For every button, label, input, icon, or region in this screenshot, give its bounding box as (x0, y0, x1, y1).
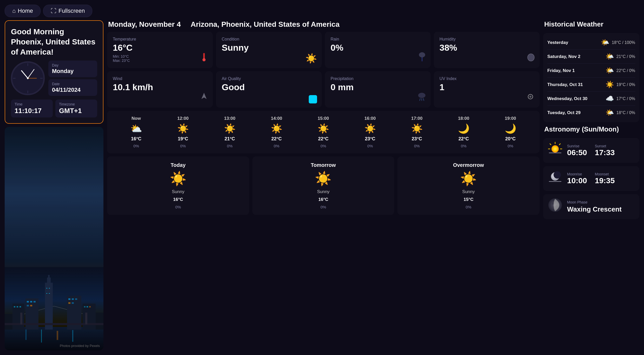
svg-rect-46 (5, 323, 103, 325)
daily-today-condition: Sunny (172, 189, 184, 194)
date-box: Date 04/11/2024 (48, 79, 97, 96)
daily-today-temp: 16°C (173, 197, 183, 202)
daily-overmorrow-icon: ☀️ (460, 171, 477, 187)
hour-icon-5: ☀️ (364, 123, 376, 134)
hist-icon-1: 🌤️ (606, 52, 614, 61)
hist-item-5: Tuesday, Oct 29 🌤️ 18°C / 0% (547, 106, 635, 120)
sunrise-card: Sunrise 06:50 Sunset 17:33 (543, 138, 639, 163)
hour-label-7: 18:00 (458, 116, 469, 121)
day-value: Monday (52, 68, 94, 75)
hour-label-8: 19:00 (505, 116, 516, 121)
wind-card: Wind 10.1 km/h (107, 71, 213, 108)
svg-rect-51 (203, 53, 205, 58)
home-button[interactable]: ⌂ Home (5, 5, 41, 17)
airquality-value: Good (222, 82, 316, 92)
weather-grid-top: Temperature 16°C Min: 10°C Max: 23°C (107, 32, 540, 68)
daily-overmorrow-rain: 0% (466, 205, 471, 209)
moonphase-label: Moon Phase (567, 200, 622, 204)
rain-card: Rain 0% (325, 32, 431, 68)
precipitation-card: Precipitation 0 mm (325, 71, 431, 108)
svg-rect-47 (20, 313, 22, 324)
hist-item-2: Friday, Nov 1 🌤️ 22°C / 0% (547, 64, 635, 78)
airquality-label: Air Quality (222, 76, 316, 81)
daily-today-title: Today (171, 162, 186, 168)
temp-icon (200, 52, 208, 64)
hour-temp-2: 21°C (225, 136, 235, 142)
precipitation-icon (418, 92, 426, 103)
svg-rect-71 (549, 181, 561, 182)
humidity-card: Humidity 38% (434, 32, 540, 68)
temp-minmax: Min: 10°C Max: 23°C (113, 54, 207, 63)
sunset-block: Sunset 17:33 (595, 144, 615, 157)
svg-rect-26 (30, 301, 32, 303)
hour-icon-8: 🌙 (505, 123, 516, 134)
airquality-card: Air Quality Good (216, 71, 322, 108)
hour-temp-now: 16°C (131, 136, 141, 142)
hour-icon-now: ⛅ (130, 123, 142, 134)
hour-rain-7: 0% (461, 144, 466, 148)
hist-val-0: 18°C / 100% (612, 40, 635, 45)
svg-rect-42 (87, 306, 88, 307)
svg-rect-14 (72, 330, 73, 342)
hour-temp-4: 22°C (318, 136, 328, 142)
moonset-value: 19:35 (595, 176, 615, 185)
hour-icon-1: ☀️ (177, 123, 189, 134)
hour-item-8: 19:00 🌙 20°C 0% (500, 116, 521, 148)
fullscreen-button[interactable]: ⛶ Fullscreen (43, 5, 92, 17)
svg-rect-27 (34, 301, 36, 303)
timezone-label: Timezone (59, 102, 94, 106)
hour-rain-8: 0% (508, 144, 513, 148)
fullscreen-icon: ⛶ (51, 8, 56, 14)
daily-tomorrow-icon: ☀️ (315, 171, 332, 187)
hist-item-3: Thursday, Oct 31 ☀️ 19°C / 0% (547, 78, 635, 92)
hour-rain-5: 0% (367, 144, 373, 148)
svg-rect-12 (41, 330, 42, 343)
svg-rect-38 (68, 302, 70, 304)
hour-label-5: 16:00 (364, 116, 376, 121)
historical-title: Historical Weather (543, 20, 639, 30)
hour-item-3: 14:00 ☀️ 22°C 0% (266, 116, 287, 148)
svg-rect-17 (45, 283, 53, 330)
daily-tomorrow-title: Tomorrow (311, 162, 336, 168)
moonrise-card: Moonrise 10:00 Moonset 19:35 (543, 166, 639, 191)
hour-icon-3: ☀️ (271, 123, 282, 134)
hist-date-0: Yesterday (547, 40, 568, 45)
moonrise-icon (548, 170, 562, 187)
hour-rain-2: 0% (227, 144, 233, 148)
svg-rect-39 (72, 302, 74, 304)
svg-rect-33 (19, 306, 21, 307)
svg-rect-13 (57, 331, 58, 340)
hour-icon-6: ☀️ (411, 123, 423, 134)
hour-item-now: Now ⛅ 16°C 0% (126, 116, 147, 148)
hist-val-5: 18°C / 0% (616, 110, 635, 115)
svg-rect-43 (89, 306, 91, 307)
hist-item-4: Wednesday, Oct 30 ☁️ 17°C / 0% (547, 92, 635, 106)
svg-line-59 (423, 98, 424, 101)
svg-rect-28 (27, 305, 29, 306)
left-panel: Good Morning Phoenix, United States of A… (5, 20, 103, 350)
moonrise-info: Moonrise 10:00 Moonset 19:35 (567, 172, 635, 185)
hour-rain-3: 0% (274, 144, 279, 148)
svg-rect-21 (49, 288, 50, 288)
date-label: Date (52, 82, 94, 86)
hist-icon-0: 🌤️ (601, 38, 609, 47)
hour-label-2: 13:00 (224, 116, 235, 121)
hour-item-4: 15:00 ☀️ 22°C 0% (313, 116, 334, 148)
hour-icon-2: ☀️ (224, 123, 236, 134)
hour-temp-7: 22°C (458, 136, 469, 142)
main-layout: Good Morning Phoenix, United States of A… (5, 20, 639, 350)
clock-face (11, 61, 45, 95)
hour-label-4: 15:00 (318, 116, 329, 121)
rain-value: 0% (331, 43, 425, 53)
center-header: Monday, November 4 Arizona, Phoenix, Uni… (107, 20, 540, 29)
hour-rain-1: 0% (180, 144, 186, 148)
svg-rect-25 (27, 301, 29, 303)
svg-rect-31 (14, 306, 15, 307)
uvindex-label: UV Index (439, 76, 534, 81)
hist-date-2: Friday, Nov 1 (547, 68, 575, 73)
right-panel: Historical Weather Yesterday 🌤️ 18°C / 1… (543, 20, 639, 350)
svg-rect-22 (46, 293, 47, 294)
time-box: Time 11:10:17 (11, 100, 53, 117)
hist-icon-2: 🌤️ (606, 67, 614, 75)
hist-icon-3: ☀️ (606, 81, 614, 89)
